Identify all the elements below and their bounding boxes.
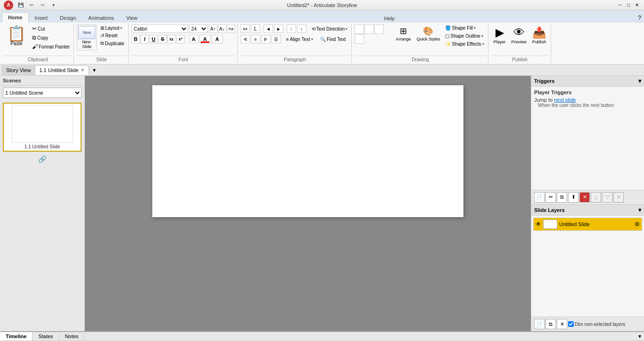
col-count-button[interactable]: ⫶ xyxy=(287,24,296,33)
justify-button[interactable]: ☰ xyxy=(272,35,281,43)
increase-font-size-btn[interactable]: A↑ xyxy=(209,24,217,33)
bullets-button[interactable]: ≡• xyxy=(240,24,250,33)
layer-add-btn[interactable]: 📄 xyxy=(534,319,545,329)
superscript-button[interactable]: x² xyxy=(176,35,185,43)
decrease-indent-button[interactable]: ◄ xyxy=(264,24,273,33)
align-right-button[interactable]: ⫸ xyxy=(261,35,271,43)
ribbon-expand-btn[interactable]: ? xyxy=(635,13,644,23)
increase-indent-button[interactable]: ► xyxy=(274,24,283,33)
clipboard-col: ✂ Cut ⧉ Copy 🖌 Format Painter xyxy=(30,24,72,51)
text-direction-button[interactable]: ⟲ Text Direction ▾ xyxy=(310,25,350,32)
maximize-btn[interactable]: □ xyxy=(625,2,632,8)
undo-btn[interactable]: ↩ xyxy=(27,1,36,9)
app-logo[interactable]: A xyxy=(4,0,13,10)
tab-design[interactable]: Design xyxy=(54,12,82,23)
redo-btn[interactable]: ↪ xyxy=(38,1,47,9)
publish-button[interactable]: 📤 Publish xyxy=(530,24,549,46)
strikethrough-button[interactable]: S xyxy=(158,35,167,43)
trigger-move-up-btn[interactable]: ⬆ xyxy=(568,192,578,203)
tab-story-view[interactable]: Story View xyxy=(2,65,35,75)
trigger-down-btn[interactable]: ▽ xyxy=(602,192,612,203)
font-color-btn[interactable]: A xyxy=(199,35,211,43)
scenes-select[interactable]: 1 Untitled Scene xyxy=(3,88,82,98)
triggers-expand-btn[interactable]: ▾ xyxy=(638,78,641,84)
font-family-select[interactable]: Calibri xyxy=(132,24,188,33)
numbering-button[interactable]: 1. xyxy=(251,24,260,33)
tab-home[interactable]: Home xyxy=(2,12,29,23)
slide-canvas[interactable] xyxy=(152,85,463,217)
highlight-color-btn[interactable]: A xyxy=(212,35,223,43)
notes-tab[interactable]: Notes xyxy=(59,332,85,341)
layer-delete-btn[interactable]: ✕ xyxy=(557,319,567,329)
shape-item[interactable] xyxy=(374,24,384,34)
next-slide-link[interactable]: next slide xyxy=(554,97,576,103)
layer-settings-btn[interactable]: ⚙ xyxy=(635,221,640,227)
tab-close-btn[interactable]: ✕ xyxy=(81,67,84,73)
quick-styles-button[interactable]: 🎨 Quick Styles xyxy=(414,24,442,43)
paragraph-group: ≡• 1. ◄ ► ⫶ ↕ ⟲ Text Direction ▾ xyxy=(239,24,352,63)
paste-button[interactable]: 📋 Paste xyxy=(4,24,29,48)
new-slide-button[interactable]: New NewSlide xyxy=(77,24,97,50)
tab-expand-btn[interactable]: ▾ xyxy=(91,66,98,74)
align-text-button[interactable]: ≡ Align Text ▾ xyxy=(284,36,315,43)
layer-item[interactable]: 👁 Untitled Slide ⚙ xyxy=(533,218,642,231)
trigger-delete-btn[interactable]: ✕ xyxy=(579,192,590,203)
trigger-close-btn[interactable]: ✕ xyxy=(613,192,624,203)
shape-item[interactable] xyxy=(355,34,364,44)
align-center-button[interactable]: ≡ xyxy=(251,35,260,43)
tab-insert[interactable]: Insert xyxy=(29,12,54,23)
dim-checkbox[interactable] xyxy=(568,321,574,327)
timeline-tab[interactable]: Timeline xyxy=(0,332,33,341)
layout-button[interactable]: ⊞ Layout ▾ xyxy=(99,24,126,32)
tab-view[interactable]: View xyxy=(120,12,144,23)
line-spacing-button[interactable]: ↕ xyxy=(297,24,306,33)
preview-button[interactable]: 👁 Preview xyxy=(509,24,529,46)
clipboard-group: 📋 Paste ✂ Cut ⧉ Copy 🖌 Format Painter xyxy=(2,24,74,63)
text-shadow-btn[interactable]: A xyxy=(189,35,198,43)
copy-button[interactable]: ⧉ Copy xyxy=(30,33,72,42)
underline-button[interactable]: U xyxy=(149,35,158,43)
shape-item[interactable] xyxy=(364,24,374,34)
minimize-btn[interactable]: ─ xyxy=(617,2,623,8)
layer-duplicate-btn[interactable]: ⧉ xyxy=(545,319,556,329)
shape-fill-arrow: ▾ xyxy=(474,26,476,30)
reset-button[interactable]: ↺ Reset xyxy=(99,32,126,39)
save-btn[interactable]: 💾 xyxy=(16,1,25,9)
subscript-button[interactable]: x₂ xyxy=(167,35,176,43)
trigger-edit-btn[interactable]: ✏ xyxy=(545,192,556,203)
close-btn[interactable]: ✕ xyxy=(634,2,640,8)
cut-button[interactable]: ✂ Cut xyxy=(30,24,72,33)
bold-button[interactable]: B xyxy=(132,35,140,43)
shape-effects-button[interactable]: ✨ Shape Effects ▾ xyxy=(443,41,486,48)
tab-untitled-slide[interactable]: 1.1 Untitled Slide ✕ xyxy=(35,65,88,75)
trigger-new-btn[interactable]: 📄 xyxy=(534,192,545,203)
copy-label: Copy xyxy=(37,35,48,41)
states-tab[interactable]: States xyxy=(33,332,59,341)
font-size-select[interactable]: 24 xyxy=(189,24,208,33)
right-panel: Triggers ▾ Player Triggers Jump to next … xyxy=(531,76,644,331)
clear-format-btn[interactable]: Aa xyxy=(227,24,235,33)
format-painter-button[interactable]: 🖌 Format Painter xyxy=(30,42,72,51)
bottom-area: Timeline States Notes ▾ 👁 🔒 1s 2s 3s 4s … xyxy=(0,331,644,341)
arrange-button[interactable]: ⊞ Arrange xyxy=(393,24,413,43)
shape-item[interactable] xyxy=(355,24,364,34)
shape-outline-button[interactable]: ▢ Shape Outline ▾ xyxy=(443,32,486,40)
tab-help[interactable]: Help xyxy=(380,14,399,23)
decrease-font-size-btn[interactable]: A↓ xyxy=(218,24,226,33)
align-left-button[interactable]: ⫷ xyxy=(240,35,250,43)
trigger-duplicate-btn[interactable]: ⧉ xyxy=(557,192,567,203)
find-text-button[interactable]: 🔍 Find Text xyxy=(318,36,347,43)
tab-animations[interactable]: Animations xyxy=(82,12,120,23)
slide-thumbnail[interactable]: 1.1 Untitled Slide xyxy=(3,103,82,152)
duplicate-button[interactable]: ⧉ Duplicate xyxy=(99,40,126,47)
publish-label: Publish xyxy=(532,40,546,44)
drawing-col: ⊞ Arrange xyxy=(393,24,413,43)
italic-button[interactable]: I xyxy=(140,35,149,43)
shape-fill-button[interactable]: 🪣 Shape Fill ▾ xyxy=(443,24,486,32)
customize-btn[interactable]: ▾ xyxy=(49,1,58,9)
player-button[interactable]: ▶ Player xyxy=(491,24,508,46)
slide-group: New NewSlide ⊞ Layout ▾ ↺ Reset ⧉ xyxy=(75,24,129,63)
slide-layers-expand-btn[interactable]: ▾ xyxy=(638,207,641,213)
timeline-expand-btn[interactable]: ▾ xyxy=(636,332,644,341)
trigger-up-btn[interactable]: △ xyxy=(591,192,601,203)
